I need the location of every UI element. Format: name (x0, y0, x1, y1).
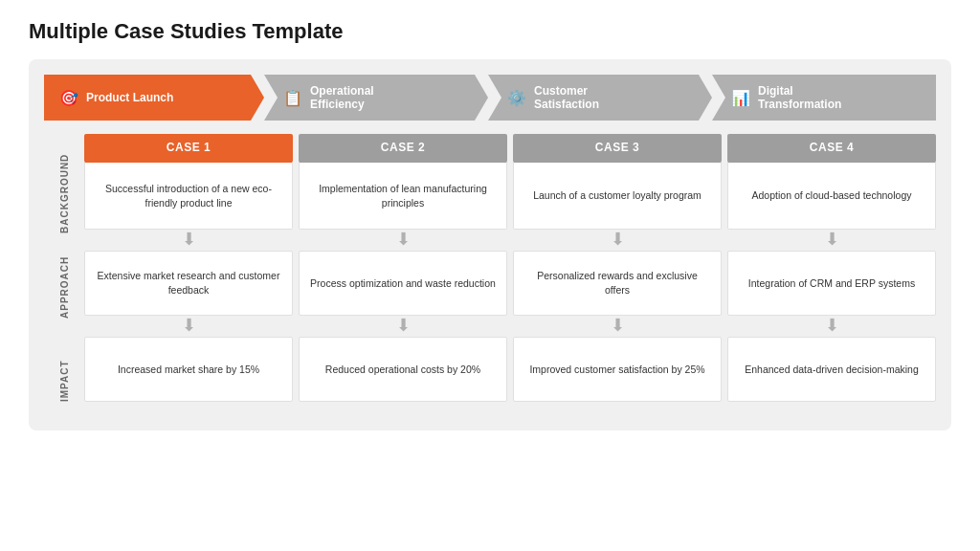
arrow-label-4: DigitalTransformation (758, 84, 841, 112)
case-header-3: CASE 3 (513, 134, 722, 161)
impact-cell-1: Increased market share by 15% (84, 337, 293, 402)
arrow-connector-1: ⬇ (84, 230, 293, 249)
arrow-connector-4: ⬇ (727, 230, 936, 249)
arrow-customer-satisfaction[interactable]: ⚙️ CustomerSatisfaction (488, 75, 712, 121)
impact-cell-3: Improved customer satisfaction by 25% (513, 337, 722, 402)
arrow-connector-6: ⬇ (299, 316, 507, 335)
clipboard-icon: 📋 (283, 89, 302, 107)
row-label-approach: Approach (44, 251, 84, 323)
arrow-nav: 🎯 Product Launch 📋 OperationalEfficiency… (44, 75, 936, 121)
approach-cell-2: Process optimization and waste reduction (299, 251, 507, 316)
arrow-label-2: OperationalEfficiency (310, 84, 374, 112)
case-header-4: CASE 4 (727, 134, 936, 161)
arrow-product-launch[interactable]: 🎯 Product Launch (44, 75, 264, 121)
settings-icon: ⚙️ (507, 89, 526, 107)
arrow-label-3: CustomerSatisfaction (534, 84, 599, 112)
main-container: 🎯 Product Launch 📋 OperationalEfficiency… (29, 59, 951, 430)
row-label-impact: Impact (44, 342, 84, 419)
page-title: Multiple Case Studies Template (29, 19, 951, 44)
bg-cell-2: Implementation of lean manufacturing pri… (299, 161, 507, 230)
target-icon: 🎯 (59, 89, 78, 107)
arrow-connector-7: ⬇ (513, 316, 722, 335)
arrow-operational-efficiency[interactable]: 📋 OperationalEfficiency (264, 75, 488, 121)
grid-wrapper: Background Approach Impact CASE 1 CASE 2… (44, 134, 936, 419)
row-labels: Background Approach Impact (44, 134, 84, 419)
chart-icon: 📊 (731, 89, 750, 107)
approach-cell-3: Personalized rewards and exclusive offer… (513, 251, 722, 316)
arrow-connector-5: ⬇ (84, 316, 293, 335)
arrow-label-1: Product Launch (86, 91, 173, 104)
case-header-2: CASE 2 (299, 134, 507, 161)
arrow-connector-8: ⬇ (727, 316, 936, 335)
case-header-1: CASE 1 (84, 134, 293, 161)
row-label-background: Background (44, 155, 84, 231)
approach-cell-1: Extensive market research and customer f… (84, 251, 293, 316)
bg-cell-4: Adoption of cloud-based technology (727, 161, 936, 230)
arrow-connector-3: ⬇ (513, 230, 722, 249)
approach-cell-4: Integration of CRM and ERP systems (727, 251, 936, 316)
arrow-connector-2: ⬇ (299, 230, 507, 249)
impact-cell-2: Reduced operational costs by 20% (299, 337, 507, 402)
arrow-digital-transformation[interactable]: 📊 DigitalTransformation (712, 75, 936, 121)
impact-cell-4: Enhanced data-driven decision-making (727, 337, 936, 402)
bg-cell-3: Launch of a customer loyalty program (513, 161, 722, 230)
bg-cell-1: Successful introduction of a new eco-fri… (84, 161, 293, 230)
